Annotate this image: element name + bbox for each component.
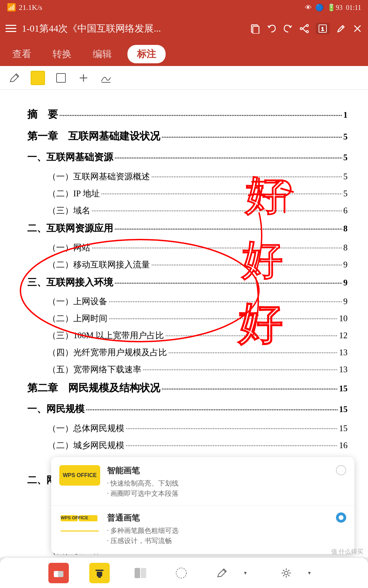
highlight-button[interactable]	[89, 563, 110, 583]
toc-entry-2-1-1: （一）总体网民规模 15	[48, 422, 348, 435]
page-number-button[interactable]: 1	[316, 23, 330, 34]
normal-brush-option[interactable]: WPS OFFICE 普通画笔 · 多种画笔颜色粗细可选 · 压感设计，书写流畅	[59, 512, 346, 546]
toc-entry-1-3-5: （五）宽带网络下载速率 13	[48, 363, 348, 376]
bottom-toolbar: ▾ ▾	[0, 557, 368, 588]
toc-entry-1-3-4: （四）光纤宽带用户规模及占比 13	[48, 346, 348, 359]
annotation-toolbar	[0, 66, 368, 90]
svg-rect-0	[5, 25, 16, 26]
copy-page-button[interactable]	[250, 23, 260, 34]
document-title: 1-01第44次《中国互联网络发展...	[22, 22, 245, 35]
svg-rect-30	[135, 568, 140, 578]
pen-dropdown-icon[interactable]: ▾	[235, 563, 256, 583]
svg-point-6	[306, 24, 308, 27]
shape-icon[interactable]	[55, 71, 67, 84]
toc-entry-2-1-2: （二）城乡网民规模 16	[48, 439, 348, 452]
watermark: 值 什么得买	[331, 548, 364, 556]
highlight-icon[interactable]	[31, 71, 45, 85]
toc-entry-1-2: 二、互联网资源应用 8	[27, 221, 348, 236]
svg-rect-31	[141, 568, 146, 578]
svg-rect-29	[98, 576, 101, 578]
status-right: 👁 🔵 🔋93 01:11	[305, 3, 361, 12]
svg-text:1: 1	[321, 26, 324, 32]
svg-rect-28	[97, 572, 102, 576]
tab-bar: 查看 转换 编辑 标注	[0, 42, 368, 66]
svg-rect-4	[253, 26, 259, 34]
speed-indicator: 21.1K/s	[19, 3, 42, 12]
toc-entry-1-2-2: （二）移动互联网接入流量 9	[48, 258, 348, 272]
toc-entry-1-1-2: （二）IP 地址 5	[48, 187, 348, 200]
redo-button[interactable]	[283, 23, 293, 34]
toc-entry-summary: 摘 要 1	[27, 106, 348, 122]
svg-rect-2	[5, 31, 16, 32]
add-icon[interactable]	[77, 71, 90, 84]
smart-brush-radio[interactable]	[336, 465, 346, 475]
wifi-icon: 📶	[7, 3, 16, 12]
toc-entry-1-3-2: （二）上网时间 10	[48, 312, 348, 325]
svg-rect-14	[57, 74, 65, 82]
brush-options-popup: WPS OFFICE 智能画笔 · 快速绘制高亮、下划线 · 画圈即可选中文本段…	[51, 457, 354, 554]
settings-group: ▾	[276, 563, 320, 583]
battery-indicator: 🔋93	[327, 3, 342, 12]
toc-entry-1-3-1: （一）上网设备 9	[48, 295, 348, 308]
smart-brush-preview: WPS OFFICE	[59, 465, 100, 486]
svg-point-32	[176, 568, 186, 578]
close-button[interactable]	[352, 23, 363, 34]
tab-annotate[interactable]: 标注	[127, 45, 166, 63]
svg-rect-26	[58, 571, 63, 577]
tab-convert[interactable]: 转换	[47, 45, 77, 63]
status-bar: 📶 21.1K/s 👁 🔵 🔋93 01:11	[0, 0, 368, 15]
circle-select-button[interactable]	[171, 563, 191, 583]
smart-brush-info: 智能画笔 · 快速绘制高亮、下划线 · 画圈即可选中文本段落	[107, 465, 329, 499]
toc-entry-1-1: 一、互联网基础资源 5	[27, 150, 348, 165]
signature-icon[interactable]	[99, 71, 112, 84]
svg-point-7	[306, 31, 308, 33]
settings-button[interactable]	[276, 563, 296, 583]
share-button[interactable]	[299, 23, 309, 34]
toc-entry-1-1-3: （三）域名 6	[48, 204, 348, 217]
popup-divider	[51, 505, 354, 506]
svg-rect-27	[95, 570, 104, 571]
svg-rect-1	[5, 28, 16, 29]
svg-point-18	[20, 240, 259, 342]
pen-group: ▾	[212, 563, 256, 583]
eye-icon: 👁	[305, 4, 312, 12]
svg-point-5	[300, 28, 302, 30]
eraser-button[interactable]	[48, 563, 69, 583]
normal-brush-info: 普通画笔 · 多种画笔颜色粗细可选 · 压感设计，书写流畅	[107, 512, 329, 546]
svg-point-34	[285, 571, 288, 575]
toc-entry-1-3: 三、互联网接入环境 9	[27, 275, 348, 290]
toc-entry-2-1: 一、网民规模 15	[27, 402, 348, 417]
normal-brush-radio[interactable]	[336, 512, 346, 523]
app-bar: 1-01第44次《中国互联网络发展...	[0, 15, 368, 42]
app-bar-icons: 1	[250, 23, 363, 34]
toc-entry-1-2-1: （一）网站 8	[48, 241, 348, 255]
toc-entry-1-3-3: （三）100M 以上宽带用户占比 12	[48, 329, 348, 342]
pencil-icon[interactable]	[8, 71, 21, 84]
svg-line-10	[342, 27, 343, 28]
pen-button[interactable]	[212, 563, 232, 583]
toc-entry-ch2: 第二章 网民规模及结构状况 15	[27, 380, 348, 396]
tab-view[interactable]: 查看	[7, 45, 37, 63]
normal-brush-preview: WPS OFFICE	[59, 512, 100, 533]
toc-entry-1-1-1: （一）互联网基础资源概述 5	[48, 170, 348, 183]
text-highlight-button[interactable]	[130, 563, 151, 583]
smart-brush-option[interactable]: WPS OFFICE 智能画笔 · 快速绘制高亮、下划线 · 画圈即可选中文本段…	[59, 465, 346, 499]
edit-button[interactable]	[336, 23, 346, 34]
time-display: 01:11	[346, 4, 361, 12]
document-content: 摘 要 1 第一章 互联网基础建设状况 5 一、互联网基础资源 5 （一）互联网…	[0, 90, 368, 557]
undo-button[interactable]	[266, 23, 277, 34]
tab-edit[interactable]: 编辑	[87, 45, 117, 63]
toc-entry-ch1: 第一章 互联网基础建设状况 5	[27, 128, 348, 144]
settings-dropdown-icon[interactable]: ▾	[299, 563, 320, 583]
menu-button[interactable]	[5, 23, 16, 34]
bluetooth-icon: 🔵	[315, 3, 324, 12]
status-left: 📶 21.1K/s	[7, 3, 42, 12]
